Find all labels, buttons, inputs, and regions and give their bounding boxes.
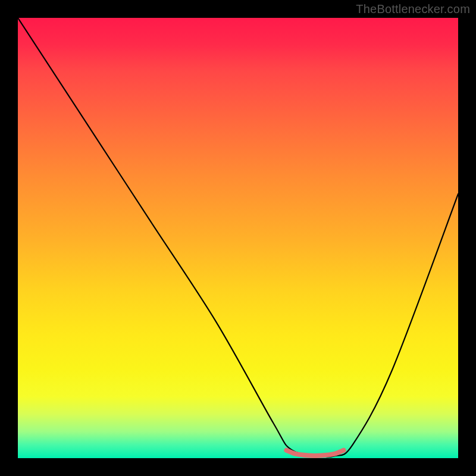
bottleneck-curve [18, 18, 458, 457]
attribution-label: TheBottlenecker.com [356, 2, 470, 16]
plot-area [18, 18, 458, 458]
curve-layer [18, 18, 458, 458]
chart-frame: TheBottlenecker.com [0, 0, 476, 476]
